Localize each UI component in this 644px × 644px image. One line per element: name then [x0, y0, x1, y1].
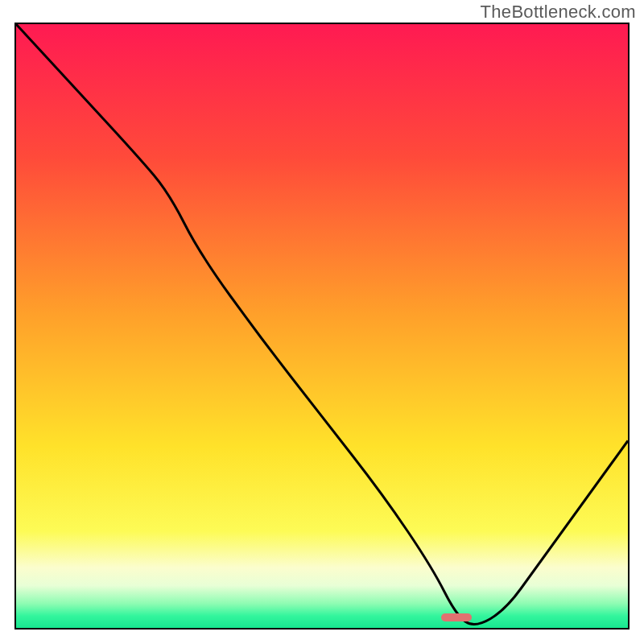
minimum-marker	[441, 613, 472, 621]
watermark-text: TheBottleneck.com	[481, 2, 636, 23]
bottleneck-curve	[16, 24, 628, 628]
plot-frame	[14, 23, 630, 630]
curve-path	[16, 24, 628, 625]
